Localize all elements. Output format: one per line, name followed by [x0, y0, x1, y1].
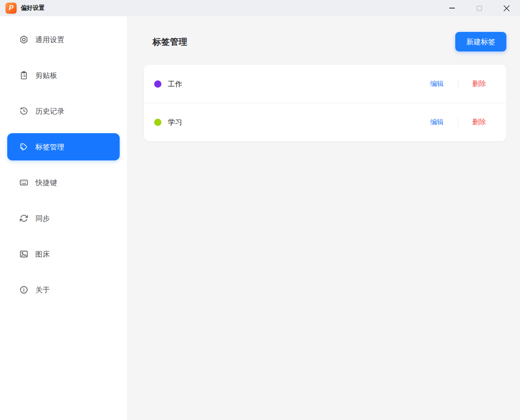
titlebar-left: P 偏好设置	[0, 3, 45, 14]
preferences-window: P 偏好设置	[0, 0, 520, 420]
sidebar-item-history[interactable]: 历史记录	[7, 97, 120, 125]
app-body: 通用设置 剪贴板	[0, 16, 520, 420]
sidebar-item-image-hosting[interactable]: 图床	[7, 240, 120, 268]
window-title: 偏好设置	[21, 4, 45, 12]
row-actions: 编辑 删除	[430, 118, 486, 127]
maximize-icon	[477, 6, 482, 11]
sidebar-item-label: 通用设置	[35, 35, 64, 45]
sidebar-item-label: 快捷键	[35, 178, 57, 188]
maximize-button[interactable]	[465, 0, 493, 16]
sidebar-item-label: 历史记录	[35, 106, 64, 116]
close-icon	[503, 5, 510, 11]
sidebar-item-clipboard[interactable]: 剪贴板	[7, 62, 120, 89]
sidebar-item-tags[interactable]: 标签管理	[7, 133, 120, 160]
sidebar-item-label: 标签管理	[35, 142, 64, 152]
tag-row: 学习 编辑 删除	[144, 103, 506, 141]
sidebar-item-label: 同步	[35, 214, 50, 223]
content-header: 标签管理 新建标签	[144, 32, 506, 51]
new-tag-button[interactable]: 新建标签	[455, 32, 506, 51]
row-actions: 编辑 删除	[430, 80, 486, 89]
history-icon	[19, 106, 29, 116]
titlebar: P 偏好设置	[0, 0, 520, 16]
info-icon	[19, 285, 29, 295]
image-icon	[19, 249, 29, 259]
action-divider	[458, 80, 458, 88]
minimize-icon	[449, 8, 455, 9]
sidebar: 通用设置 剪贴板	[0, 16, 127, 420]
delete-tag-link[interactable]: 删除	[472, 118, 486, 127]
settings-icon	[19, 34, 29, 45]
main-content: 标签管理 新建标签 工作 编辑 删除 学习 编辑	[127, 16, 520, 420]
tag-name: 工作	[168, 79, 430, 89]
delete-tag-link[interactable]: 删除	[472, 80, 486, 89]
sidebar-item-general-settings[interactable]: 通用设置	[7, 26, 120, 53]
minimize-button[interactable]	[438, 0, 465, 16]
tag-list-card: 工作 编辑 删除 学习 编辑 删除	[144, 65, 506, 141]
page-title: 标签管理	[152, 36, 187, 48]
close-button[interactable]	[493, 0, 520, 16]
sync-icon	[19, 213, 29, 223]
keyboard-icon	[19, 177, 29, 188]
sidebar-item-label: 图床	[35, 249, 50, 259]
tags-icon	[19, 142, 29, 152]
tag-color-dot	[154, 119, 161, 126]
tag-row: 工作 编辑 删除	[144, 65, 506, 103]
clipboard-icon	[19, 70, 29, 80]
sidebar-item-label: 剪贴板	[35, 71, 57, 80]
app-logo-letter: P	[9, 4, 14, 12]
sidebar-item-label: 关于	[35, 285, 50, 295]
action-divider	[458, 118, 458, 127]
app-logo-icon: P	[6, 3, 17, 14]
edit-tag-link[interactable]: 编辑	[430, 118, 444, 127]
sidebar-item-shortcuts[interactable]: 快捷键	[7, 169, 120, 196]
edit-tag-link[interactable]: 编辑	[430, 80, 444, 89]
tag-color-dot	[154, 80, 161, 88]
window-controls	[438, 0, 520, 16]
tag-name: 学习	[168, 117, 430, 127]
sidebar-item-about[interactable]: 关于	[7, 276, 120, 303]
sidebar-item-sync[interactable]: 同步	[7, 205, 120, 232]
